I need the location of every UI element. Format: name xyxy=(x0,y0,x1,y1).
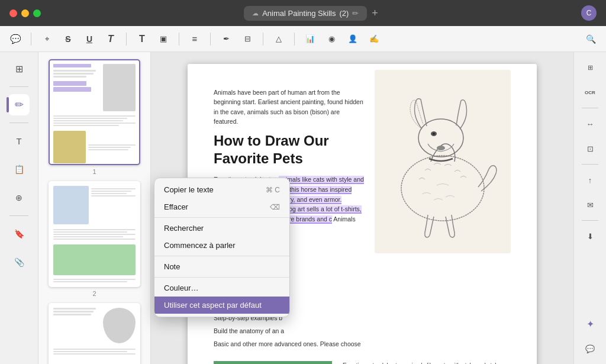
title-bar: ☁ Animal Painting Skills (2) ✏ + C xyxy=(0,0,606,26)
bookmark-icon: 🔖 xyxy=(14,229,24,239)
sidebar-item-bookmark[interactable]: 🔖 xyxy=(8,223,30,244)
bottom-section: Egyptian art celebrates animals like cat… xyxy=(214,361,511,364)
signature-toolbar-icon[interactable]: ✍ xyxy=(366,31,382,47)
menu-delete-label: Effacer xyxy=(164,202,188,211)
traffic-lights xyxy=(9,9,41,17)
svg-point-4 xyxy=(433,133,435,135)
tab-bar: ☁ Animal Painting Skills (2) ✏ + xyxy=(48,6,574,21)
right-sidebar-mail-icon[interactable]: ✉ xyxy=(581,195,599,214)
svg-point-5 xyxy=(437,146,445,150)
right-sidebar-chat-icon[interactable]: 💬 xyxy=(581,339,599,358)
toolbar-divider-3 xyxy=(179,33,179,46)
menu-item-copy[interactable]: Copier le texte ⌘ C xyxy=(154,181,289,198)
right-sidebar-plugin-icon[interactable]: ✦ xyxy=(581,314,599,333)
eraser-toolbar-icon[interactable]: ⊟ xyxy=(239,31,256,47)
thumb-page-1 xyxy=(49,59,140,165)
toolbar: 💬 ⌖ S U T T ▣ ≡ ✒ ⊟ △ 📊 ◉ 👤 ✍ 🔍 xyxy=(0,26,606,52)
menu-divider-1 xyxy=(154,217,289,218)
right-sidebar-compress-icon[interactable]: ⊡ xyxy=(581,139,599,158)
thumbnails-icon: ⊞ xyxy=(15,63,23,75)
tab-count: (2) xyxy=(339,9,349,18)
attachment-icon: 📎 xyxy=(14,257,24,267)
thumbnail-page-1[interactable]: 1 xyxy=(46,59,143,175)
tab-edit-icon: ✏ xyxy=(352,9,359,18)
menu-color-label: Couleur… xyxy=(164,284,199,292)
pencil-toolbar-icon[interactable]: ✒ xyxy=(218,31,234,47)
thumb-label-1: 1 xyxy=(92,168,96,175)
underline-toolbar-icon[interactable]: U xyxy=(81,31,98,47)
toolbar-divider-2 xyxy=(126,33,127,46)
lasso-toolbar-icon[interactable]: ⌖ xyxy=(38,31,55,47)
right-sidebar-divider-3 xyxy=(582,220,598,221)
close-button[interactable] xyxy=(9,9,17,17)
dog-svg xyxy=(375,70,511,253)
right-sidebar-thumbnail-icon[interactable]: ⊞ xyxy=(581,58,599,77)
minimize-button[interactable] xyxy=(21,9,29,17)
sidebar-divider-3 xyxy=(9,215,28,216)
menu-delete-shortcut: ⌫ xyxy=(270,203,280,211)
layers-icon: ⊕ xyxy=(15,193,22,202)
thumbnail-page-2[interactable]: 2 xyxy=(46,181,143,297)
textbox-toolbar-icon[interactable]: ▣ xyxy=(155,31,172,47)
menu-item-note[interactable]: Note xyxy=(154,258,289,275)
dog-image-container xyxy=(375,70,511,253)
sidebar-divider-2 xyxy=(9,123,28,123)
right-sidebar-divider-1 xyxy=(582,108,598,108)
chart-toolbar-icon[interactable]: 📊 xyxy=(302,31,318,47)
menu-item-default-style[interactable]: Utiliser cet aspect par défaut xyxy=(154,297,289,314)
thumb-inner-2 xyxy=(50,182,139,286)
maximize-button[interactable] xyxy=(33,9,41,17)
main-area: ⊞ ✏ T 📋 ⊕ 🔖 📎 xyxy=(0,52,606,364)
menu-item-delete[interactable]: Effacer ⌫ xyxy=(154,198,289,215)
right-sidebar-convert-icon[interactable]: ↔ xyxy=(581,114,599,133)
toolbar-divider-6 xyxy=(294,33,295,46)
toolbar-divider-4 xyxy=(210,33,211,46)
body-line-7: Basic and other more advanced ones. Plea… xyxy=(214,339,511,349)
tab-document-icon: ☁ xyxy=(252,9,259,17)
new-tab-button[interactable]: + xyxy=(372,7,378,20)
menu-item-speak[interactable]: Commencez à parler xyxy=(154,237,289,254)
sidebar-item-layers[interactable]: ⊕ xyxy=(8,187,30,208)
sidebar-item-attachment[interactable]: 📎 xyxy=(8,252,30,273)
right-sidebar-save-icon[interactable]: ⬇ xyxy=(581,227,599,246)
search-toolbar-icon[interactable]: 🔍 xyxy=(582,31,599,47)
form-toolbar-icon[interactable]: ≡ xyxy=(186,31,203,47)
tab-title: Animal Painting Skills xyxy=(262,9,336,18)
sidebar-item-pages[interactable]: 📋 xyxy=(8,159,30,180)
toolbar-divider-5 xyxy=(263,33,263,46)
menu-note-label: Note xyxy=(164,262,180,271)
bottom-text-content: Egyptian art celebrates animals like cat… xyxy=(343,361,511,364)
thumb-inner-3 xyxy=(50,304,139,364)
menu-item-color[interactable]: Couleur… xyxy=(154,279,289,297)
stamp-toolbar-icon[interactable]: ◉ xyxy=(323,31,340,47)
right-sidebar-ocr-icon[interactable]: OCR xyxy=(581,83,599,102)
thumb-inner-1 xyxy=(50,60,139,164)
text2-toolbar-icon[interactable]: T xyxy=(134,31,150,47)
highlight-icon: ✏ xyxy=(15,98,24,111)
thumbnail-page-3[interactable]: 3 xyxy=(46,303,143,364)
active-tab[interactable]: ☁ Animal Painting Skills (2) ✏ xyxy=(244,6,367,21)
shape-toolbar-icon[interactable]: △ xyxy=(270,31,287,47)
comment-toolbar-icon[interactable]: 💬 xyxy=(7,31,24,47)
person-toolbar-icon[interactable]: 👤 xyxy=(344,31,361,47)
body-line-6: Build the anatomy of an a xyxy=(214,326,511,336)
active-indicator xyxy=(7,97,9,112)
dog-drawing xyxy=(375,70,511,253)
bottom-image xyxy=(214,361,332,364)
text-toolbar-icon[interactable]: T xyxy=(102,31,119,47)
menu-divider-3 xyxy=(154,277,289,278)
toolbar-divider-1 xyxy=(31,33,31,46)
strikethrough-toolbar-icon[interactable]: S xyxy=(60,31,76,47)
sidebar-item-thumbnails[interactable]: ⊞ xyxy=(8,58,30,79)
avatar[interactable]: C xyxy=(581,5,597,21)
text-icon: T xyxy=(16,136,21,146)
right-sidebar: ⊞ OCR ↔ ⊡ ↑ ✉ ⬇ ✦ 💬 xyxy=(573,52,606,364)
sidebar-divider-1 xyxy=(9,86,28,87)
sidebar-item-highlight[interactable]: ✏ xyxy=(8,94,30,115)
menu-item-search[interactable]: Rechercher xyxy=(154,220,289,237)
intro-paragraph: Animals have been part of human art from… xyxy=(214,88,364,126)
right-sidebar-share-icon[interactable]: ↑ xyxy=(581,170,599,189)
sidebar-item-text[interactable]: T xyxy=(8,130,30,152)
menu-copy-label: Copier le texte xyxy=(164,185,214,194)
thumbnails-panel: 1 xyxy=(38,52,151,364)
